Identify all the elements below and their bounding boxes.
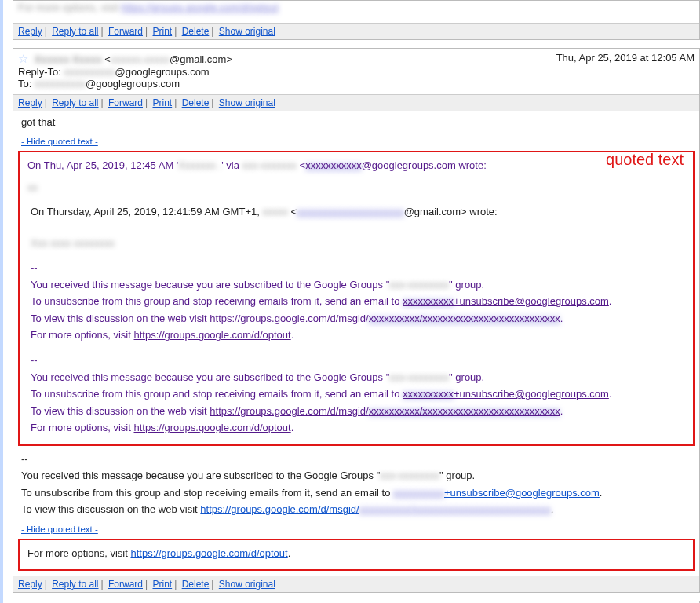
- message-date: Thu, Apr 25, 2019 at 12:05 AM: [550, 52, 695, 64]
- footer-subscribed-3: You received this message because you ar…: [21, 469, 691, 483]
- msgid-link-3[interactable]: https://groups.google.com/d/msgid/: [200, 503, 359, 515]
- show-original-link[interactable]: Show original: [219, 579, 275, 590]
- reply-all-link[interactable]: Reply to all: [52, 97, 98, 108]
- unsubscribe-email-3[interactable]: xxxxxxxxxx: [393, 487, 444, 499]
- footer-unsubscribe-3: To unsubscribe from this group and stop …: [21, 486, 691, 500]
- footer-subscribed-1: You received this message because you ar…: [31, 278, 685, 292]
- message-body: got that: [13, 111, 699, 136]
- footer-optout-3: For more options, visit https://groups.g…: [27, 546, 685, 561]
- optout-link-3[interactable]: https://groups.google.com/d/optout: [131, 547, 288, 559]
- body-text: got that: [21, 115, 691, 130]
- msgid-link-1[interactable]: https://groups.google.com/d/msgid/: [210, 312, 368, 324]
- msgid-blur-2[interactable]: xxxxxxxxxx/xxxxxxxxxxxxxxxxxxxxxxxxxxx: [369, 405, 560, 417]
- delete-link[interactable]: Delete: [182, 26, 210, 37]
- annotation-quoted-text: quoted text: [606, 151, 684, 169]
- footer-unsubscribe-2: To unsubscribe from this group and stop …: [31, 387, 685, 401]
- sig-sep: --: [31, 261, 685, 275]
- print-link[interactable]: Print: [152, 26, 172, 37]
- footer-view-3: To view this discussion on the web visit…: [21, 502, 691, 517]
- forward-link[interactable]: Forward: [108, 26, 143, 37]
- print-link[interactable]: Print: [152, 97, 172, 108]
- forward-link[interactable]: Forward: [108, 97, 143, 108]
- show-original-link[interactable]: Show original: [219, 97, 275, 108]
- reply-to-row: Reply-To: xxxxxxxxxx@googlegroups.com: [18, 66, 695, 78]
- blurred-short-line: xx: [27, 181, 685, 195]
- blurred-body-line: Xxx xxxx xxxxxxxx: [31, 236, 685, 250]
- quoted-text-box-2: For more options, visit https://groups.g…: [18, 539, 695, 572]
- reply-all-link[interactable]: Reply to all: [52, 26, 98, 37]
- action-bar-bottom: Reply| Reply to all| Forward| Print| Del…: [13, 576, 699, 592]
- footer-view-2: To view this discussion on the web visit…: [31, 404, 685, 418]
- quoted-from-email[interactable]: xxxxxxxxxxx: [305, 159, 362, 171]
- from-email-domain: @gmail.com>: [170, 53, 232, 65]
- reply-link[interactable]: Reply: [18, 579, 42, 590]
- quote-attribution-1: On Thu, Apr 25, 2019, 12:45 AM 'Xxxxxxx …: [27, 159, 685, 173]
- sig-sep-2: --: [31, 353, 685, 367]
- footer-optout-2: For more options, visit https://groups.g…: [31, 421, 685, 435]
- message-header: ☆ Xxxxxx Xxxxx <xxxxxx.xxxxx@gmail.com> …: [18, 52, 695, 66]
- msgid-link-2[interactable]: https://groups.google.com/d/msgid/: [210, 405, 368, 417]
- unsubscribe-suffix-3[interactable]: +unsubscribe@googlegroups.com: [444, 487, 600, 499]
- footer-optout-1: For more options, visit https://groups.g…: [31, 328, 685, 342]
- unsubscribe-suffix-2[interactable]: +unsubscribe@googlegroups.com: [454, 388, 609, 400]
- inner-from-email[interactable]: xxxxxxxxxxxxxxxxxxxxx: [297, 206, 404, 217]
- reply-link[interactable]: Reply: [18, 97, 42, 108]
- from-email-local: xxxxxx.xxxxx: [111, 53, 170, 65]
- unsubscribe-suffix-1[interactable]: +unsubscribe@googlegroups.com: [454, 295, 609, 307]
- show-original-link[interactable]: Show original: [219, 26, 275, 37]
- msgid-blur-1[interactable]: xxxxxxxxxx/xxxxxxxxxxxxxxxxxxxxxxxxxxx: [369, 312, 560, 324]
- print-link[interactable]: Print: [152, 579, 172, 590]
- hide-quoted-toggle-2[interactable]: - Hide quoted text -: [13, 523, 699, 535]
- quote-attribution-2: On Thursday, April 25, 2019, 12:41:59 AM…: [31, 205, 685, 219]
- from-name: Xxxxxx Xxxxx: [35, 53, 102, 65]
- footer-subscribed-2: You received this message because you ar…: [31, 371, 685, 385]
- reply-link[interactable]: Reply: [18, 26, 42, 37]
- footer-unsubscribe-1: To unsubscribe from this group and stop …: [31, 294, 685, 309]
- to-row: To: xxxxxxxxxx@googlegroups.com: [18, 78, 695, 90]
- message-card-prev: For more options, visit https://groups.g…: [13, 0, 700, 40]
- forward-link[interactable]: Forward: [108, 579, 143, 590]
- quoted-text-box-1: On Thu, Apr 25, 2019, 12:45 AM 'Xxxxxxx …: [18, 151, 695, 446]
- quoted-from-email-domain[interactable]: @googlegroups.com: [362, 159, 456, 171]
- delete-link[interactable]: Delete: [182, 579, 210, 590]
- truncated-line: For more options, visit https://groups.g…: [18, 1, 695, 15]
- unsubscribe-email-1[interactable]: xxxxxxxxxx: [403, 295, 454, 307]
- hide-quoted-toggle[interactable]: - Hide quoted text -: [13, 135, 699, 148]
- delete-link[interactable]: Delete: [182, 97, 210, 108]
- sig-sep-3: --: [21, 452, 691, 466]
- star-icon[interactable]: ☆: [18, 52, 28, 65]
- action-bar: Reply| Reply to all| Forward| Print| Del…: [13, 23, 699, 39]
- optout-link-1[interactable]: https://groups.google.com/d/optout: [134, 329, 291, 341]
- optout-link-2[interactable]: https://groups.google.com/d/optout: [134, 422, 291, 433]
- action-bar-top: Reply| Reply to all| Forward| Print| Del…: [13, 94, 699, 111]
- footer-view-1: To view this discussion on the web visit…: [31, 312, 685, 326]
- reply-all-link[interactable]: Reply to all: [52, 579, 98, 590]
- unsubscribe-email-2[interactable]: xxxxxxxxxx: [403, 388, 454, 400]
- message-card-1: quoted text ☆ Xxxxxx Xxxxx <xxxxxx.xxxxx…: [13, 48, 700, 594]
- msgid-blur-3[interactable]: xxxxxxxxxx/xxxxxxxxxxxxxxxxxxxxxxxxxxx: [359, 503, 551, 515]
